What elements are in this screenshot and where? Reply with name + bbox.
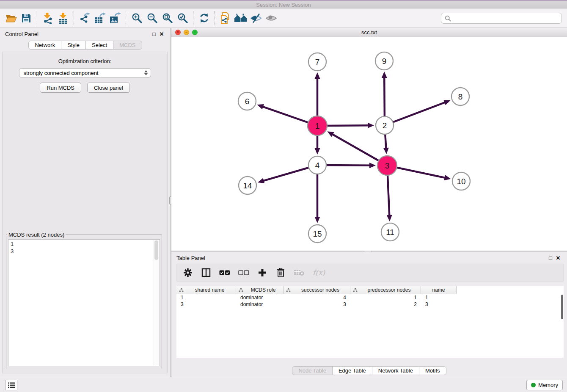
mcds-result-box: 1 3	[8, 239, 160, 366]
control-panel-tabs: NetworkStyleSelectMCDS	[0, 41, 171, 50]
column-header-mcds-role[interactable]: MCDS role	[236, 286, 284, 294]
graph-node-2[interactable]: 2	[376, 116, 394, 134]
import-network-icon[interactable]	[40, 11, 55, 26]
graph-node-11[interactable]: 11	[381, 223, 399, 241]
svg-text:7: 7	[315, 58, 320, 66]
run-mcds-button[interactable]: Run MCDS	[40, 83, 81, 93]
tab-network-table[interactable]: Network Table	[372, 366, 419, 375]
table-cell[interactable]: 3	[421, 301, 457, 308]
table-cell[interactable]: 2	[350, 301, 421, 308]
tab-motifs[interactable]: Motifs	[419, 366, 446, 375]
graph-edge-3-1[interactable]	[327, 131, 387, 166]
table-body: 1dominator4113dominator323	[176, 294, 564, 308]
close-panel-icon[interactable]	[554, 255, 562, 261]
table-settings-icon[interactable]	[183, 267, 193, 279]
search-box[interactable]	[441, 13, 562, 24]
close-window-icon[interactable]	[175, 30, 181, 35]
table-cell[interactable]: 1	[421, 294, 457, 301]
toolbar-separator	[126, 11, 126, 25]
memory-label: Memory	[538, 382, 558, 388]
table-cell[interactable]: 4	[284, 294, 350, 301]
float-panel-icon[interactable]	[150, 31, 158, 37]
graph-edge-2-8[interactable]	[385, 100, 451, 125]
search-input[interactable]	[454, 15, 558, 22]
table-cell[interactable]: 1	[176, 294, 236, 301]
tab-node-table[interactable]: Node Table	[292, 366, 333, 375]
graph-node-3[interactable]: 3	[377, 156, 397, 175]
delete-column-icon[interactable]	[275, 267, 286, 279]
column-label: shared name	[184, 287, 236, 293]
table-cell[interactable]: dominator	[236, 294, 284, 301]
delete-table-icon-disabled	[294, 267, 305, 279]
graph-node-14[interactable]: 14	[239, 177, 256, 194]
minimize-window-icon[interactable]	[184, 30, 189, 35]
export-table-icon[interactable]	[92, 11, 107, 26]
graph-node-6[interactable]: 6	[238, 92, 256, 110]
zoom-selected-icon[interactable]	[175, 11, 190, 26]
svg-text:11: 11	[386, 228, 394, 237]
mcds-result-title: MCDS result (2 nodes)	[7, 232, 66, 238]
graph-node-10[interactable]: 10	[452, 172, 470, 190]
network-graph: 7968124314101511	[171, 37, 567, 251]
import-table-icon[interactable]	[55, 11, 71, 26]
graph-node-7[interactable]: 7	[308, 53, 326, 71]
maximize-window-icon[interactable]	[192, 30, 198, 35]
apply-layout-icon[interactable]	[196, 11, 212, 26]
column-label: successor nodes	[291, 287, 350, 293]
close-panel-icon[interactable]	[158, 31, 165, 37]
float-panel-icon[interactable]	[547, 255, 554, 261]
column-grip-icon	[353, 288, 358, 293]
zoom-in-icon[interactable]	[129, 11, 144, 26]
zoom-fit-icon[interactable]	[160, 11, 175, 26]
table-toolbar: f(x)	[176, 264, 564, 282]
svg-text:1: 1	[315, 121, 320, 130]
table-cell[interactable]: 3	[176, 301, 236, 308]
column-header-name[interactable]: name	[421, 286, 457, 294]
tab-edge-table[interactable]: Edge Table	[332, 366, 372, 375]
graph-node-8[interactable]: 8	[451, 88, 469, 105]
show-all-icon[interactable]	[264, 11, 279, 26]
column-header-predecessor-nodes[interactable]: predecessor nodes	[350, 286, 421, 294]
graph-node-15[interactable]: 15	[308, 225, 326, 243]
table-cell[interactable]: dominator	[236, 301, 284, 308]
select-all-icon[interactable]	[219, 267, 230, 279]
column-header-shared-name[interactable]: shared name	[176, 286, 236, 294]
hide-selection-icon[interactable]	[248, 11, 264, 26]
show-columns-icon[interactable]	[201, 267, 211, 279]
open-session-icon[interactable]	[3, 11, 19, 26]
table-header-row: shared nameMCDS rolesuccessor nodesprede…	[176, 286, 564, 294]
node-table: shared nameMCDS rolesuccessor nodesprede…	[176, 286, 564, 358]
criterion-dropdown[interactable]: strongly connected component	[19, 68, 151, 77]
graph-node-9[interactable]: 9	[375, 52, 393, 70]
close-panel-button[interactable]: Close panel	[87, 83, 130, 93]
task-history-button[interactable]	[5, 380, 17, 390]
tab-mcds[interactable]: MCDS	[113, 41, 142, 50]
deselect-all-icon[interactable]	[238, 267, 249, 279]
toolbar-separator	[215, 11, 215, 25]
table-cell[interactable]: 3	[284, 301, 350, 308]
table-panel: Table Panel	[171, 252, 567, 377]
export-network-icon[interactable]	[77, 11, 92, 26]
result-scrollbar[interactable]	[154, 240, 159, 365]
memory-status-icon	[531, 383, 536, 387]
first-neighbors-icon[interactable]	[233, 11, 248, 26]
tab-select[interactable]: Select	[85, 41, 113, 50]
column-header-successor-nodes[interactable]: successor nodes	[284, 286, 350, 294]
mcds-result-text: 1 3	[8, 240, 160, 256]
add-column-icon[interactable]	[257, 267, 267, 279]
graph-node-4[interactable]: 4	[308, 156, 326, 174]
save-session-icon[interactable]	[19, 11, 34, 26]
table-cell[interactable]: 1	[350, 294, 421, 301]
tab-style[interactable]: Style	[61, 41, 86, 50]
zoom-out-icon[interactable]	[144, 11, 160, 26]
table-panel-title: Table Panel	[176, 255, 205, 261]
new-network-from-selection-icon[interactable]	[218, 11, 233, 26]
criterion-value: strongly connected component	[24, 70, 99, 76]
graph-node-1[interactable]: 1	[308, 116, 327, 135]
export-image-icon[interactable]	[107, 11, 123, 26]
table-scrollbar[interactable]	[561, 295, 563, 319]
tab-network[interactable]: Network	[28, 41, 61, 50]
window-title: Session: New Session	[256, 2, 311, 8]
memory-button[interactable]: Memory	[526, 380, 563, 390]
network-canvas[interactable]: 7968124314101511	[171, 37, 567, 251]
